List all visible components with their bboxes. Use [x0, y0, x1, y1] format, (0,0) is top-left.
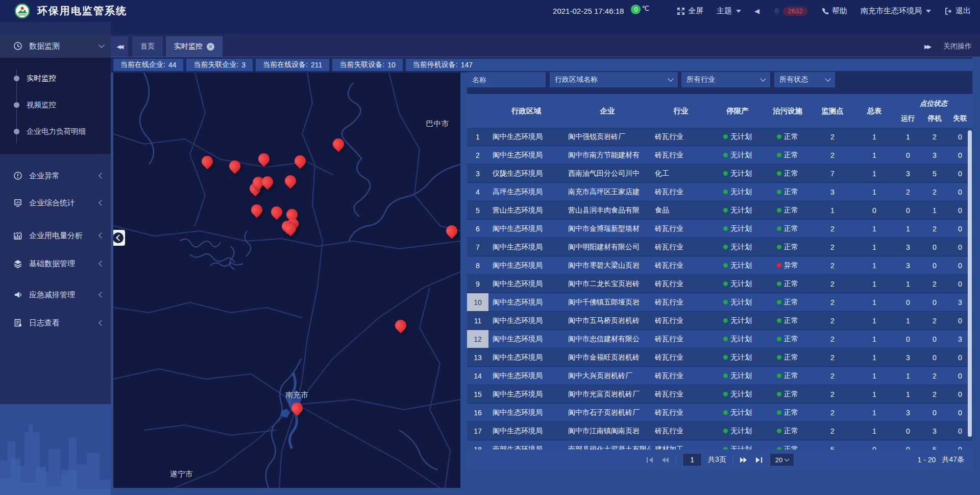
map-pin-icon[interactable]	[295, 155, 306, 167]
fullscreen-button[interactable]: 全屏	[677, 6, 703, 16]
sidebar-subitem-2[interactable]: 视频监控	[0, 91, 111, 118]
status-dot-green-icon	[723, 226, 728, 231]
industry-cell: 食品	[651, 201, 711, 219]
pager-divider	[732, 456, 733, 464]
close-icon[interactable]: ×	[207, 43, 214, 51]
tab-2[interactable]: 实时监控×	[166, 36, 223, 57]
map-pin-icon[interactable]	[229, 160, 240, 172]
company-cell: 阆中明阳建材有限公司	[564, 238, 651, 256]
map-pin-icon[interactable]	[202, 156, 213, 167]
map-pin-icon[interactable]	[285, 175, 296, 186]
logout-button[interactable]: 退出	[944, 6, 971, 16]
last-page-button[interactable]	[754, 456, 764, 464]
map-pin-icon[interactable]	[251, 204, 262, 216]
sidebar-item-2[interactable]: 企业异常	[0, 164, 111, 187]
org-dropdown[interactable]: 南充市生态环境局	[861, 6, 931, 16]
next-page-button[interactable]	[739, 456, 748, 464]
row-index-cell: 7	[467, 238, 488, 256]
sidebar-item-4[interactable]: 企业用电量分析	[0, 224, 111, 247]
stat-value: 10	[387, 61, 396, 69]
map-pin-icon[interactable]	[258, 153, 270, 164]
app-logo-icon	[14, 3, 30, 19]
table-row[interactable]: 18南部生态环境局南部县磁化土混凝土有限公建材加工无计划正常50050	[467, 440, 972, 450]
mute-speaker-icon[interactable]: ◀	[754, 7, 760, 15]
sidebar-item-1[interactable]: 数据监测	[0, 34, 111, 58]
table-row[interactable]: 8阆中生态环境局阆中市枣碧大梁山页岩砖瓦行业无计划异常21300	[467, 256, 972, 275]
production-status-label: 无计划	[730, 206, 752, 215]
facility-status-label: 正常	[784, 335, 798, 344]
close-operations-button[interactable]: 关闭操作	[943, 42, 972, 51]
production-status-cell: 无计划	[711, 312, 764, 329]
status-dot-green-icon	[723, 373, 728, 378]
status-dot-green-icon	[723, 208, 728, 213]
table-row[interactable]: 11阆中生态环境局阆中市五马桥页岩机砖砖瓦行业无计划正常21120	[467, 312, 972, 330]
table-row[interactable]: 13阆中生态环境局阆中市金福旺页岩机砖砖瓦行业无计划正常21300	[467, 348, 972, 367]
map-pin-icon[interactable]	[271, 206, 282, 218]
monitor-count-cell: 2	[811, 330, 854, 348]
production-status-cell: 无计划	[711, 385, 764, 403]
sidebar-subitem-3[interactable]: 企业电力负荷明细	[0, 118, 111, 145]
table-row[interactable]: 17阆中生态环境局阆中市江南镇阆南页岩砖瓦行业无计划正常21030	[467, 422, 972, 440]
production-status-cell: 无计划	[711, 330, 764, 348]
table-row[interactable]: 16阆中生态环境局阆中市石子页岩机砖厂砖瓦行业无计划正常21300	[467, 404, 972, 422]
stop-count-cell: 0	[921, 293, 948, 311]
table-row[interactable]: 4高坪生态环境局南充市高坪区王家店建砖瓦行业无计划正常31220	[467, 183, 972, 201]
sidebar-item-3[interactable]: 企业综合统计	[0, 191, 111, 215]
company-cell: 西南油气田分公司川中	[564, 164, 651, 182]
sidebar-item-label: 企业综合统计	[29, 198, 75, 208]
map-panel[interactable]: 巴中市南充市遂宁市	[113, 73, 460, 488]
map-pin-icon[interactable]	[333, 138, 344, 150]
map-pin-icon[interactable]	[395, 320, 406, 331]
status-filter-select[interactable]: 所有状态	[774, 72, 835, 87]
region-filter-select[interactable]: 行政区域名称	[550, 72, 678, 87]
tabs-scroll-right-button[interactable]: ▶▶	[924, 43, 930, 50]
map-panel-collapse-handle[interactable]	[113, 230, 125, 246]
table-row[interactable]: 14阆中生态环境局阆中大兴页岩机砖厂砖瓦行业无计划正常21120	[467, 367, 972, 385]
logout-icon	[944, 7, 952, 15]
region-cell: 阆中生态环境局	[488, 238, 564, 256]
map-pin-icon[interactable]	[446, 225, 457, 237]
notification-area[interactable]: 2632	[773, 7, 807, 16]
sidebar-subitem-1[interactable]: 实时监控	[0, 65, 111, 91]
region-cell: 阆中生态环境局	[488, 348, 564, 366]
sidebar-item-6[interactable]: 应急减排管理	[0, 283, 111, 307]
page-size-select[interactable]: 20	[770, 453, 794, 466]
sidebar-item-5[interactable]: 基础数据管理	[0, 252, 111, 275]
industry-cell: 砖瓦行业	[651, 293, 711, 311]
meter-count-cell: 1	[854, 330, 895, 348]
table-row[interactable]: 15阆中生态环境局阆中市光富页岩机砖厂砖瓦行业无计划正常21120	[467, 385, 972, 404]
stop-count-cell: 2	[921, 128, 948, 146]
map-pin-icon[interactable]	[291, 403, 303, 414]
facility-status-cell: 正常	[764, 201, 811, 219]
table-row[interactable]: 5营山生态环境局营山县润丰肉食品有限食品无计划正常10010	[467, 201, 972, 220]
region-cell: 阆中生态环境局	[488, 256, 564, 274]
name-filter-input[interactable]	[467, 72, 546, 87]
table-row[interactable]: 3仪陇生态环境局西南油气田分公司川中化工无计划正常71350	[467, 164, 972, 183]
help-button[interactable]: 帮助	[821, 6, 847, 16]
map-pin-icon[interactable]	[285, 223, 296, 234]
monitor-count-cell: 2	[811, 238, 854, 256]
pin-body	[249, 202, 264, 218]
table-row[interactable]: 10阆中生态环境局阆中千佛镇五郎垭页岩砖瓦行业无计划正常21003	[467, 293, 972, 312]
tabs-scroll-left-button[interactable]: ◀◀	[111, 36, 128, 57]
table-row[interactable]: 1阆中生态环境局阆中强锐页岩砖厂砖瓦行业无计划正常21120	[467, 128, 972, 146]
pager-divider	[676, 456, 676, 464]
table-row[interactable]: 6阆中生态环境局阆中市金博瑞新型墙材砖瓦行业无计划正常21120	[467, 220, 972, 238]
table-scrollbar[interactable]	[968, 130, 972, 437]
industry-filter-select[interactable]: 所有行业	[681, 72, 770, 87]
first-page-button[interactable]	[645, 456, 654, 464]
pin-body	[393, 317, 408, 333]
tab-1[interactable]: 首页	[132, 36, 163, 57]
prev-page-button[interactable]	[660, 456, 670, 464]
theme-dropdown[interactable]: 主题	[717, 6, 741, 16]
monitor-count-cell: 2	[811, 256, 854, 274]
status-dot-green-icon	[723, 263, 728, 268]
table-row[interactable]: 9阆中生态环境局阆中市二龙长宝页岩砖砖瓦行业无计划正常21120	[467, 275, 972, 293]
status-dot-green-icon	[777, 429, 781, 433]
sidebar-item-7[interactable]: 日志查看	[0, 311, 111, 335]
page-number-input[interactable]	[682, 453, 702, 466]
table-row[interactable]: 2阆中生态环境局阆中市南方节能建材有砖瓦行业无计划正常21030	[467, 146, 972, 164]
map-pin-icon[interactable]	[262, 176, 273, 187]
table-row[interactable]: 12阆中生态环境局阆中市忠信建材有限公砖瓦行业无计划正常21003	[467, 330, 972, 348]
table-row[interactable]: 7阆中生态环境局阆中明阳建材有限公司砖瓦行业无计划正常21300	[467, 238, 972, 256]
